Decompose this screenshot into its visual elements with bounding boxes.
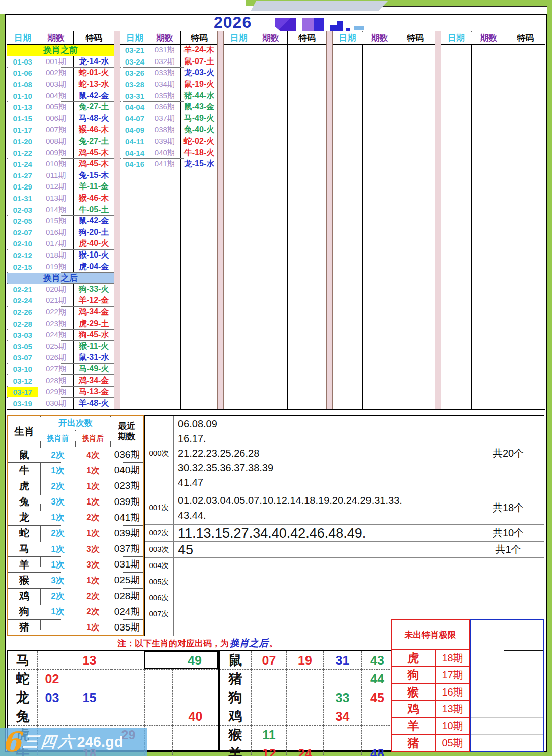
zodiac-stats-row: 鼠2次4次036期 bbox=[8, 447, 143, 462]
limit-periods: 10期 bbox=[436, 718, 469, 734]
result-row: 04-09038期兔-40-火 bbox=[120, 124, 217, 136]
limit-periods: 05期 bbox=[436, 735, 469, 751]
result-code: 鼠-07-土 bbox=[180, 56, 217, 68]
result-period: 002期 bbox=[38, 68, 73, 79]
results-column-headers: 日期期数特码 bbox=[224, 31, 326, 45]
zodiac-label: 龙 bbox=[8, 688, 37, 707]
limit-row: 猴16期 bbox=[392, 683, 469, 700]
empty-annotation-box bbox=[470, 619, 544, 752]
results-column-headers: 日期期数特码 bbox=[7, 31, 114, 45]
frequency-numbers bbox=[174, 574, 472, 590]
result-date: 02-28 bbox=[7, 318, 38, 329]
stats-zodiac: 虎 bbox=[8, 478, 40, 493]
period-header: 期数 bbox=[254, 31, 287, 44]
watermark-domain-link[interactable]: 246.gd bbox=[77, 734, 124, 750]
frequency-count bbox=[472, 574, 544, 590]
result-period: 027期 bbox=[38, 364, 73, 375]
result-period: 026期 bbox=[38, 352, 73, 363]
result-period: 012期 bbox=[38, 181, 73, 193]
stats-recent-period: 025期 bbox=[111, 573, 143, 588]
stats-zodiac: 猪 bbox=[8, 620, 40, 635]
zodiac-label: 蛇 bbox=[8, 669, 37, 688]
result-row: 03-24032期鼠-07-土 bbox=[120, 56, 217, 68]
result-date: 03-07 bbox=[7, 352, 38, 363]
stats-before-header: 换肖前 bbox=[41, 430, 75, 447]
limit-row: 狗17期 bbox=[392, 666, 469, 683]
result-row: 04-04036期鼠-43-金 bbox=[120, 102, 217, 113]
stats-times-header-group: 开出次数 换肖前 换肖后 bbox=[40, 416, 111, 447]
result-period: 030期 bbox=[38, 398, 73, 409]
result-period: 019期 bbox=[38, 261, 73, 272]
result-row: 04-11039期蛇-02-火 bbox=[120, 136, 217, 148]
frequency-numbers bbox=[174, 558, 472, 574]
limit-periods: 13期 bbox=[436, 701, 469, 717]
frequency-row: 006次 bbox=[145, 590, 544, 606]
result-code: 猴-46-木 bbox=[73, 193, 114, 204]
result-code: 狗-33-火 bbox=[73, 284, 114, 295]
empty-cell bbox=[67, 707, 112, 725]
empty-cell bbox=[144, 651, 172, 669]
result-date: 04-16 bbox=[120, 159, 149, 170]
frequency-count: 共1个 bbox=[472, 542, 544, 557]
stats-before-count: 1次 bbox=[40, 541, 75, 556]
stats-after-count: 1次 bbox=[75, 494, 111, 510]
zodiac-stats-row: 虎2次1次023期 bbox=[8, 478, 143, 493]
frequency-row: 005次 bbox=[145, 574, 544, 590]
stats-recent-period: 040期 bbox=[111, 463, 143, 478]
result-code: 牛-18-火 bbox=[180, 147, 217, 158]
stats-before-count: 2次 bbox=[40, 526, 75, 541]
result-row: 03-05025期猴-11-火 bbox=[7, 341, 114, 352]
limit-zodiac: 虎 bbox=[392, 650, 436, 666]
footnote-suffix: 。 bbox=[269, 638, 278, 649]
frequency-label: 002次 bbox=[145, 525, 174, 541]
result-date: 03-31 bbox=[120, 90, 149, 101]
result-row: 01-17007期猴-46-木 bbox=[7, 124, 114, 136]
stats-recent-period: 024期 bbox=[111, 604, 143, 619]
frequency-row: 003次45共1个 bbox=[145, 542, 544, 558]
code-header: 特码 bbox=[180, 31, 217, 44]
result-code: 鼠-43-金 bbox=[180, 102, 217, 113]
limit-zodiac: 鸡 bbox=[392, 701, 436, 717]
results-column-headers: 日期期数特码 bbox=[333, 31, 435, 45]
date-header: 日期 bbox=[7, 31, 38, 44]
results-group-5: 日期期数特码 bbox=[441, 31, 545, 409]
limit-zodiac: 羊 bbox=[392, 718, 436, 734]
annotation-row-line bbox=[471, 717, 543, 718]
result-row: 02-12018期猴-10-火 bbox=[7, 250, 114, 262]
result-date: 01-31 bbox=[7, 193, 38, 204]
empty-cell bbox=[286, 707, 323, 725]
zodiac-number: 49 bbox=[172, 651, 218, 669]
results-rows bbox=[333, 45, 435, 409]
limit-table-title: 未出特肖极限 bbox=[392, 620, 469, 650]
result-period: 016期 bbox=[38, 227, 73, 238]
stats-after-count: 3次 bbox=[75, 557, 111, 572]
stats-zodiac: 马 bbox=[8, 541, 40, 556]
zodiac-stats-row: 龙1次2次041期 bbox=[8, 510, 143, 525]
zodiac-number: 19 bbox=[286, 651, 323, 669]
empty-cell bbox=[37, 651, 67, 669]
stats-zodiac: 龙 bbox=[8, 510, 40, 525]
result-code: 龙-03-火 bbox=[180, 68, 217, 79]
results-grid: 日期期数特码换肖之前01-03001期龙-14-水01-06002期蛇-01-火… bbox=[7, 31, 545, 410]
stats-before-count: 2次 bbox=[40, 589, 75, 604]
frequency-label: 000次 bbox=[145, 416, 174, 491]
annotation-row-line bbox=[471, 734, 543, 735]
result-row: 02-26022期鸡-34-金 bbox=[7, 307, 114, 319]
result-code: 羊-24-木 bbox=[180, 45, 217, 56]
zodiac-stats-row: 兔3次1次039期 bbox=[8, 494, 143, 510]
frequency-row: 001次01.02.03.04.05.07.10.12.14.18.19.20.… bbox=[145, 491, 544, 525]
result-period: 009期 bbox=[38, 147, 73, 158]
result-date: 03-17 bbox=[7, 387, 38, 398]
zodiac-stats-row: 牛1次1次040期 bbox=[8, 462, 143, 478]
result-period: 003期 bbox=[38, 79, 73, 90]
result-code: 鼠-19-火 bbox=[180, 79, 217, 90]
result-code: 蛇-13-水 bbox=[73, 79, 114, 90]
result-date: 03-12 bbox=[7, 375, 38, 386]
zodiac-number: 31 bbox=[323, 651, 361, 669]
censored-block-icon bbox=[275, 18, 296, 31]
date-header: 日期 bbox=[120, 31, 149, 44]
result-date: 01-15 bbox=[7, 113, 38, 124]
result-code: 兔-27-土 bbox=[73, 136, 114, 147]
result-date: 03-21 bbox=[120, 45, 149, 56]
result-row: 03-28034期鼠-19-火 bbox=[120, 79, 217, 91]
